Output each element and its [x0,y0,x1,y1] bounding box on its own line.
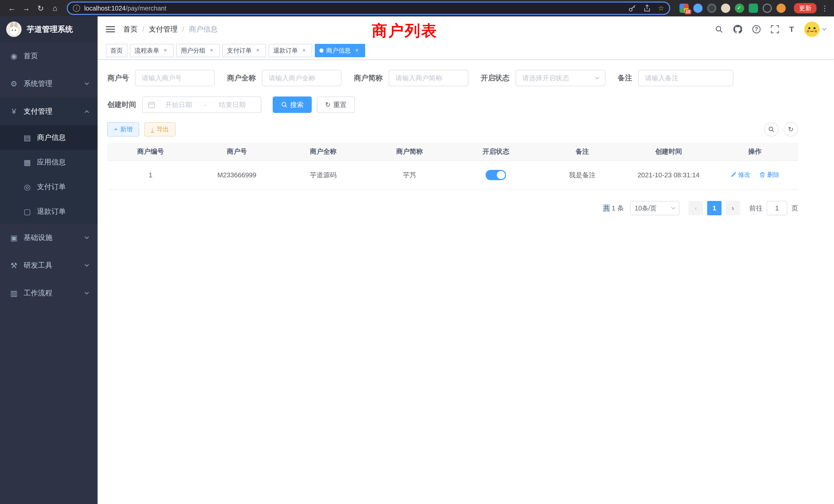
sidebar-item-workflow[interactable]: ▥ 工作流程 [0,279,97,307]
goto-page-input[interactable] [767,201,787,215]
pagination: 共 1 条 10条/页 ‹ 1 › 前往 页 [107,201,798,215]
date-range-picker[interactable]: 开始日期 - 结束日期 [142,96,261,113]
user-avatar[interactable] [804,22,826,37]
app-title: 芋道管理系统 [27,24,73,35]
close-icon[interactable]: × [353,47,360,54]
sidebar-item-payment[interactable]: ¥ 支付管理 [0,97,97,125]
next-page-button[interactable]: › [726,201,740,215]
font-size-icon[interactable]: T [789,25,794,33]
cell-create-time: 2021-10-23 08:31:14 [626,161,712,189]
extension-icon[interactable] [693,4,703,13]
extension-icon[interactable] [735,4,744,13]
pagination-total: 共 1 条 [603,204,624,213]
col-create-time: 创建时间 [626,143,712,161]
help-icon[interactable]: ? [752,25,761,33]
browser-update-button[interactable]: 更新 [794,3,816,13]
sidebar-item-pay-order[interactable]: ◎ 支付订单 [0,175,97,199]
table-row: 1 M233666999 芋道源码 芋艿 我是备注 2021-10-23 08:… [107,161,798,189]
merchant-no-label: 商户号 [107,73,129,83]
breadcrumb-item[interactable]: 首页 [123,24,138,34]
extension-icon[interactable] [707,4,717,13]
sidebar-item-home[interactable]: ◉ 首页 [0,42,97,70]
tab-user-group[interactable]: 用户分组× [176,44,220,57]
sidebar-item-app-info[interactable]: ▦ 应用信息 [0,150,97,175]
merchant-no-input[interactable] [135,70,215,86]
github-icon[interactable] [733,25,742,33]
breadcrumb-separator: / [182,25,184,33]
cell-merchant-no: M233666999 [194,161,280,189]
forward-icon[interactable]: → [20,4,33,13]
toggle-search-button[interactable] [764,122,778,137]
site-info-icon[interactable]: i [73,5,80,12]
prev-page-button[interactable]: ‹ [689,201,703,215]
page: ← → ↻ ⌂ i localhost:1024/pay/merchant ☆ … [0,0,834,504]
table-header-row: 商户编号 商户号 商户全称 商户简称 开启状态 备注 创建时间 操作 [107,143,798,161]
tab-merchant-info[interactable]: 商户信息× [315,44,365,57]
page-size-select[interactable]: 10条/页 [630,201,679,215]
tab-pay-order[interactable]: 支付订单× [222,44,266,57]
extension-icon[interactable] [763,4,772,13]
extension-icon[interactable] [721,4,730,13]
browser-menu-icon[interactable]: ⋮ [821,4,829,13]
workflow-icon: ▥ [9,289,19,298]
breadcrumb-item[interactable]: 支付管理 [149,24,178,34]
monitor-icon: ▣ [9,233,19,242]
status-select[interactable]: 请选择开启状态 [515,70,606,86]
sidebar-group-payment: ¥ 支付管理 ▤ 商户信息 ▦ 应用信息 ◎ 支付订单 ▢ [0,97,97,224]
sidebar-item-infrastructure[interactable]: ▣ 基础设施 [0,224,97,251]
header-search-icon[interactable] [715,25,723,33]
close-icon[interactable]: × [208,47,215,54]
col-merchant-no: 商户号 [194,143,280,161]
profile-avatar-icon[interactable] [776,4,786,13]
sidebar-item-refund-order[interactable]: ▢ 退款订单 [0,199,97,224]
address-bar[interactable]: i localhost:1024/pay/merchant ☆ [67,2,670,15]
edit-button[interactable]: 修改 [730,171,750,179]
edit-label: 修改 [738,171,750,179]
status-label: 开启状态 [481,73,509,83]
sidebar-item-devtools[interactable]: ⚒ 研发工具 [0,251,97,279]
app-logo[interactable]: 芋道管理系统 [0,17,97,42]
search-button[interactable]: 搜索 [273,96,312,113]
reload-icon[interactable]: ↻ [34,4,47,13]
short-name-input[interactable] [389,70,468,86]
main-area: 商户列表 首页 / 支付管理 / 商户信息 ? T [97,17,834,504]
delete-button[interactable]: 删除 [759,171,779,179]
close-icon[interactable]: × [254,47,261,54]
plus-icon: + [114,126,117,133]
bookmark-star-icon[interactable]: ☆ [658,4,664,12]
close-icon[interactable]: × [162,47,169,54]
close-icon[interactable]: × [301,47,308,54]
tab-process-form[interactable]: 流程表单× [130,44,174,57]
total-count: 1 [612,204,615,212]
breadcrumb: 首页 / 支付管理 / 商户信息 [123,24,218,34]
sidebar-item-system[interactable]: ⚙ 系统管理 [0,70,97,97]
reset-button[interactable]: ↻ 重置 [317,96,355,113]
chevron-down-icon [595,75,599,79]
sidebar-item-merchant-info[interactable]: ▤ 商户信息 [0,125,97,150]
refresh-icon: ↻ [325,101,331,109]
fullscreen-icon[interactable] [771,25,779,33]
collapse-sidebar-icon[interactable] [106,25,115,34]
password-key-icon[interactable] [628,4,636,12]
tab-home[interactable]: 首页 [106,44,127,57]
remark-label: 备注 [618,73,632,83]
refresh-table-button[interactable]: ↻ [784,122,798,137]
page-size-value: 10条/页 [635,204,657,212]
extension-icon[interactable] [749,4,758,13]
document-icon: ▢ [23,207,32,216]
back-icon[interactable]: ← [5,4,19,13]
status-toggle[interactable] [486,170,506,180]
home-icon[interactable]: ⌂ [48,4,62,13]
page-1-button[interactable]: 1 [707,201,722,215]
tab-label: 首页 [110,46,123,55]
end-date-placeholder: 结束日期 [208,100,256,109]
extensions-puzzle-icon[interactable]: 10 [679,4,689,13]
export-button[interactable]: ↓ 导出 [144,122,176,137]
url-host: localhost:1024 [84,5,126,12]
remark-input[interactable] [638,70,733,86]
add-button[interactable]: + 新增 [107,122,139,137]
share-icon[interactable] [643,4,651,12]
tab-refund-order[interactable]: 退款订单× [269,44,312,57]
sidebar: 芋道管理系统 ◉ 首页 ⚙ 系统管理 ¥ 支付管理 ▤ 商户信息 [0,17,97,504]
full-name-input[interactable] [262,70,342,86]
